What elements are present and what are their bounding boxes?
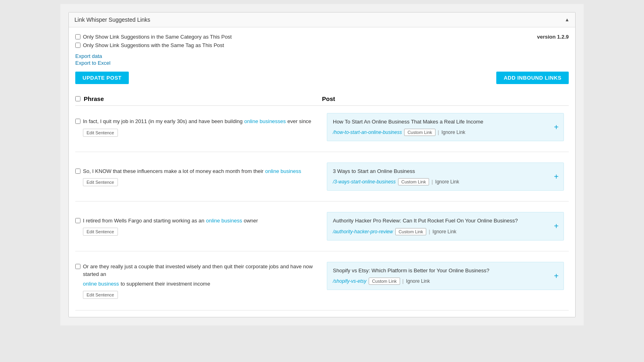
phrase-content-2: I retired from Wells Fargo and starting … xyxy=(83,217,316,236)
phrase-content-1: So, I KNOW that these influencers make a… xyxy=(83,167,316,187)
phrase-col-2: I retired from Wells Fargo and starting … xyxy=(75,208,322,244)
edit-sentence-button-1[interactable]: Edit Sentence xyxy=(83,178,118,186)
widget-title: Link Whisper Suggested Links xyxy=(74,16,150,23)
post-url-1: /3-ways-start-online-business xyxy=(333,179,396,185)
checkbox1-label[interactable]: Only Show Link Suggestions in the Same C… xyxy=(75,34,232,40)
post-url-2: /authority-hacker-pro-review xyxy=(333,229,393,234)
checkbox2-label[interactable]: Only Show Link Suggestions with the Same… xyxy=(75,42,232,48)
separator-3: | xyxy=(402,278,404,284)
post-card-0: How To Start An Online Business That Mak… xyxy=(327,113,564,141)
custom-link-button-1[interactable]: Custom Link xyxy=(398,178,429,185)
ignore-link-0[interactable]: Ignore Link xyxy=(442,130,465,135)
post-title-0: How To Start An Online Business That Mak… xyxy=(333,118,558,125)
phrase-checkbox-0[interactable] xyxy=(75,119,80,124)
phrase-checkbox-2[interactable] xyxy=(75,218,80,223)
post-title-1: 3 Ways to Start an Online Business xyxy=(333,168,558,175)
post-col-3: Shopify vs Etsy: Which Platform is Bette… xyxy=(322,258,569,304)
phrase-content-0: In fact, I quit my job in 2011 (in my ea… xyxy=(83,117,316,137)
widget-header: Link Whisper Suggested Links ▲ xyxy=(69,12,575,27)
post-url-row-3: /shopify-vs-etsy Custom Link | Ignore Li… xyxy=(333,278,558,285)
edit-sentence-button-2[interactable]: Edit Sentence xyxy=(83,228,118,236)
post-card-3: Shopify vs Etsy: Which Platform is Bette… xyxy=(327,262,564,290)
separator-1: | xyxy=(431,179,433,185)
post-card-2: Authority Hacker Pro Review: Can It Put … xyxy=(327,212,564,240)
version-display: version 1.2.9 xyxy=(537,34,569,40)
phrase-text-3: Or are they really just a couple that in… xyxy=(83,263,316,288)
action-bar: UPDATE POST ADD INBOUND LINKS xyxy=(75,72,569,84)
phrase-col-0: In fact, I quit my job in 2011 (in my ea… xyxy=(75,109,322,145)
post-col-1: 3 Ways to Start an Online Business /3-wa… xyxy=(322,158,569,195)
post-card-1: 3 Ways to Start an Online Business /3-wa… xyxy=(327,162,564,191)
export-data-link[interactable]: Export data xyxy=(75,53,569,59)
plus-button-2[interactable]: + xyxy=(554,222,559,230)
export-links: Export data Export to Excel xyxy=(75,53,569,66)
phrase-link-1[interactable]: online business xyxy=(265,167,301,175)
phrase-checkbox-1[interactable] xyxy=(75,169,80,174)
edit-sentence-button-0[interactable]: Edit Sentence xyxy=(83,129,118,137)
plus-button-1[interactable]: + xyxy=(554,173,559,181)
edit-sentence-button-3[interactable]: Edit Sentence xyxy=(83,291,118,299)
post-url-3: /shopify-vs-etsy xyxy=(333,278,366,284)
post-url-row-1: /3-ways-start-online-business Custom Lin… xyxy=(333,178,558,185)
plus-button-3[interactable]: + xyxy=(554,272,559,280)
table-row: I retired from Wells Fargo and starting … xyxy=(75,208,569,251)
phrase-col-3: Or are they really just a couple that in… xyxy=(75,258,322,304)
add-inbound-links-button[interactable]: ADD INBOUND LINKS xyxy=(496,72,569,84)
phrase-content-3: Or are they really just a couple that in… xyxy=(83,263,316,299)
header-checkbox[interactable] xyxy=(75,96,80,101)
checkbox1[interactable] xyxy=(75,34,80,39)
checkbox2[interactable] xyxy=(75,43,80,48)
separator-2: | xyxy=(429,229,430,234)
phrase-link-3[interactable]: online business xyxy=(83,280,119,288)
custom-link-button-3[interactable]: Custom Link xyxy=(369,278,400,285)
rows-container: In fact, I quit my job in 2011 (in my ea… xyxy=(75,109,569,311)
phrase-text-2: I retired from Wells Fargo and starting … xyxy=(83,217,316,225)
phrase-checkbox-3[interactable] xyxy=(75,264,80,269)
checkboxes-col: Only Show Link Suggestions in the Same C… xyxy=(75,34,232,48)
ignore-link-3[interactable]: Ignore Link xyxy=(406,278,430,284)
post-title-2: Authority Hacker Pro Review: Can It Put … xyxy=(333,217,558,224)
post-url-0: /how-to-start-an-online-business xyxy=(333,130,402,135)
phrase-link-2[interactable]: online business xyxy=(206,217,242,225)
post-url-row-2: /authority-hacker-pro-review Custom Link… xyxy=(333,228,558,235)
ignore-link-2[interactable]: Ignore Link xyxy=(432,229,456,234)
post-url-row-0: /how-to-start-an-online-business Custom … xyxy=(333,129,558,136)
update-post-button[interactable]: UPDATE POST xyxy=(75,72,129,84)
phrase-text-1: So, I KNOW that these influencers make a… xyxy=(83,167,316,175)
widget-toggle[interactable]: ▲ xyxy=(565,17,570,23)
post-col-2: Authority Hacker Pro Review: Can It Put … xyxy=(322,208,569,244)
post-title-3: Shopify vs Etsy: Which Platform is Bette… xyxy=(333,267,558,274)
separator-0: | xyxy=(438,130,439,135)
table-header: Phrase Post xyxy=(75,92,569,106)
post-col-0: How To Start An Online Business That Mak… xyxy=(322,109,569,145)
phrase-col-1: So, I KNOW that these influencers make a… xyxy=(75,158,322,195)
export-excel-link[interactable]: Export to Excel xyxy=(75,60,569,66)
custom-link-button-0[interactable]: Custom Link xyxy=(404,129,435,136)
table-row: So, I KNOW that these influencers make a… xyxy=(75,158,569,202)
table-row: In fact, I quit my job in 2011 (in my ea… xyxy=(75,109,569,152)
phrase-text-0: In fact, I quit my job in 2011 (in my ea… xyxy=(83,117,316,125)
custom-link-button-2[interactable]: Custom Link xyxy=(395,228,426,235)
phrase-link-0[interactable]: online businesses xyxy=(244,117,286,125)
post-header: Post xyxy=(322,95,569,102)
options-row: Only Show Link Suggestions in the Same C… xyxy=(75,34,569,48)
ignore-link-1[interactable]: Ignore Link xyxy=(435,179,459,185)
table-row: Or are they really just a couple that in… xyxy=(75,258,569,311)
plus-button-0[interactable]: + xyxy=(554,123,559,131)
phrase-header: Phrase xyxy=(75,95,322,102)
